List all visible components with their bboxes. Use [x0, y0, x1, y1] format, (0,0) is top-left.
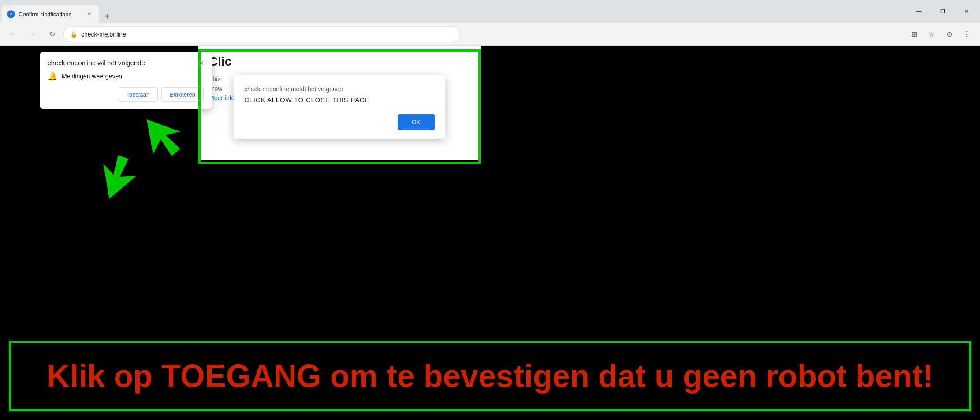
bookmark-button[interactable]: ☆ [924, 26, 939, 42]
nav-right-buttons: ⊞ ☆ ⊙ ⋮ [906, 26, 975, 42]
tab-close-button[interactable]: × [85, 10, 93, 19]
svg-marker-0 [134, 110, 187, 163]
maximize-button[interactable]: ❐ [932, 4, 953, 19]
url-text: check-me.online [81, 31, 454, 38]
notif-popup-actions: Toestaan Blokkeren [48, 87, 204, 102]
active-tab[interactable]: Confirm Notifications × [2, 5, 99, 23]
notification-permission-popup: check-me.online wil het volgende × 🔔 Mel… [40, 52, 212, 109]
back-button[interactable]: ← [5, 26, 21, 42]
title-bar: Confirm Notifications × + — ❐ ✕ [0, 0, 980, 23]
notif-popup-header: check-me.online wil het volgende × [48, 59, 204, 67]
tab-favicon [7, 10, 15, 18]
minimize-button[interactable]: — [909, 4, 929, 19]
notif-popup-title: check-me.online wil het volgende [48, 59, 145, 67]
tab-title: Confirm Notifications [19, 11, 81, 18]
page-content: Clic This brow Meer info... check-me.onl… [0, 46, 980, 420]
allow-button[interactable]: Toestaan [118, 87, 158, 102]
notif-popup-description: Meldingen weergeven [62, 73, 122, 80]
alert-overlay-area: check-me.online meldt het volgende CLICK… [198, 49, 481, 164]
block-button[interactable]: Blokkeren [161, 87, 204, 102]
profile-button[interactable]: ⊙ [941, 26, 957, 42]
lock-icon: 🔒 [70, 31, 78, 38]
address-bar[interactable]: 🔒 check-me.online [63, 26, 460, 42]
window-controls: — ❐ ✕ [909, 0, 980, 23]
reload-button[interactable]: ↻ [44, 26, 60, 42]
nav-bar: ← → ↻ 🔒 check-me.online ⊞ ☆ ⊙ ⋮ [0, 23, 980, 46]
bell-icon: 🔔 [48, 71, 57, 81]
forward-button[interactable]: → [25, 26, 41, 42]
translate-button[interactable]: ⊞ [906, 26, 922, 42]
bottom-banner: Klik op TOEGANG om te bevestigen dat u g… [9, 341, 971, 411]
new-tab-button[interactable]: + [101, 10, 114, 23]
alert-dialog: check-me.online meldt het volgende CLICK… [234, 75, 445, 139]
arrow-up-left [134, 110, 187, 164]
arrow-down-left [95, 152, 139, 206]
menu-button[interactable]: ⋮ [959, 26, 975, 42]
alert-dialog-site: check-me.online meldt het volgende [244, 85, 435, 93]
tab-strip: Confirm Notifications × + [0, 0, 909, 23]
alert-dialog-actions: OK [244, 114, 435, 130]
notif-popup-content: 🔔 Meldingen weergeven [48, 71, 204, 81]
browser-frame: Confirm Notifications × + — ❐ ✕ ← → ↻ 🔒 … [0, 0, 980, 420]
alert-ok-button[interactable]: OK [398, 114, 435, 130]
close-button[interactable]: ✕ [956, 4, 976, 19]
svg-marker-1 [95, 152, 139, 204]
alert-dialog-message: CLICK ALLOW TO CLOSE THIS PAGE [244, 96, 435, 104]
banner-text: Klik op TOEGANG om te bevestigen dat u g… [47, 358, 933, 394]
